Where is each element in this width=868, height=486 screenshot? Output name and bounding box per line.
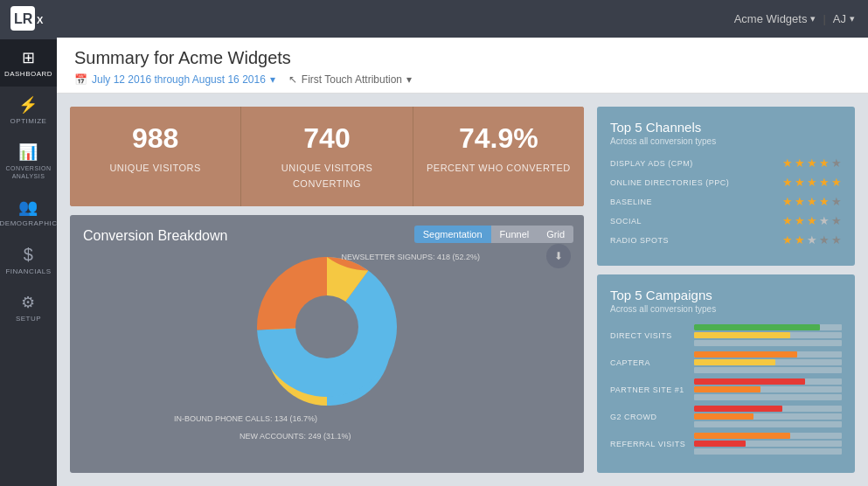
sidebar-item-label: Financials xyxy=(5,267,51,275)
attribution-label: First Touch Attribution xyxy=(302,73,402,86)
sidebar-logo: LR X xyxy=(0,0,57,39)
channels-subtitle: Across all conversion types xyxy=(610,136,842,146)
unique-visitors-label: Unique Visitors xyxy=(109,163,200,173)
breakdown-title: Conversion Breakdown xyxy=(83,228,227,243)
channel-stars-social: ★★★★★ xyxy=(782,214,842,227)
sidebar-item-label: Conversion Analysis xyxy=(0,164,57,180)
campaign-partner: Partner Site #1 xyxy=(610,378,842,400)
stat-converting: 740 Unique Visitors Converting xyxy=(241,107,413,206)
bar-g2-1 xyxy=(694,406,842,412)
label-newsletter: NEWSLETTER SIGNUPS: 418 (52.2%) xyxy=(341,253,480,261)
sidebar-item-label: Setup xyxy=(16,315,41,323)
sidebar-item-demographic[interactable]: 👥 Demographic xyxy=(0,189,57,236)
campaign-name-partner: Partner Site #1 xyxy=(610,385,689,394)
channel-stars-baseline: ★★★★★ xyxy=(782,195,842,208)
stat-percent: 74.9% Percent Who Converted xyxy=(413,107,584,206)
bar-referral-3 xyxy=(694,448,842,455)
segmentation-button[interactable]: Segmentation xyxy=(414,226,491,243)
channel-name-baseline: Baseline xyxy=(610,198,782,206)
sidebar-item-optimize[interactable]: ⚡ Optimize xyxy=(0,87,57,134)
channels-card: Top 5 Channels Across all conversion typ… xyxy=(597,107,855,266)
dashboard-icon: ⊞ xyxy=(22,48,36,67)
campaign-name-g2crowd: G2 Crowd xyxy=(610,413,689,421)
channel-row-radio: Radio Spots ★★★★★ xyxy=(610,233,842,246)
campaign-bars-partner xyxy=(694,378,842,400)
sidebar-item-financials[interactable]: $ Financials xyxy=(0,236,57,284)
download-button[interactable]: ⬇ xyxy=(546,244,571,268)
svg-text:X: X xyxy=(37,15,44,25)
channel-name-radio: Radio Spots xyxy=(610,236,782,245)
user-selector[interactable]: AJ ▾ xyxy=(833,12,855,25)
bar-captera-1 xyxy=(694,351,842,358)
grid-button[interactable]: Grid xyxy=(538,226,573,243)
top-bar: Acme Widgets ▾ | AJ ▾ xyxy=(57,0,868,38)
stat-unique-visitors: 988 Unique Visitors xyxy=(70,107,241,206)
channel-stars-radio: ★★★★★ xyxy=(782,233,842,246)
bar-direct-2 xyxy=(694,332,842,338)
bar-partner-1 xyxy=(694,378,842,385)
bar-direct-3 xyxy=(694,340,842,346)
campaign-bars-referral xyxy=(694,433,842,455)
converting-label: Unique Visitors Converting xyxy=(281,163,372,189)
date-filter[interactable]: 📅 July 12 2016 through August 16 2016 ▾ xyxy=(74,73,275,86)
right-panel: Top 5 Channels Across all conversion typ… xyxy=(597,107,855,473)
sidebar-item-conversion[interactable]: 📊 Conversion Analysis xyxy=(0,134,57,189)
optimize-icon: ⚡ xyxy=(18,95,38,115)
campaign-name-direct: Direct Visits xyxy=(610,331,689,340)
top-bar-right: Acme Widgets ▾ | AJ ▾ xyxy=(734,12,855,25)
financials-icon: $ xyxy=(24,245,34,265)
bar-captera-3 xyxy=(694,367,842,373)
sidebar-item-dashboard[interactable]: ⊞ Dashboard xyxy=(0,39,57,87)
attribution-filter[interactable]: ↖ First Touch Attribution ▾ xyxy=(288,73,412,86)
date-chevron: ▾ xyxy=(270,73,275,86)
campaign-referral: Referral Visits xyxy=(610,433,842,455)
channel-row-display: Display Ads (CPM) ★★★★★ xyxy=(610,156,842,170)
channel-name-display: Display Ads (CPM) xyxy=(610,159,782,168)
setup-icon: ⚙ xyxy=(21,293,36,312)
page-title: Summary for Acme Widgets xyxy=(74,48,851,68)
campaign-g2crowd: G2 Crowd xyxy=(610,406,842,427)
label-accounts: NEW ACCOUNTS: 249 (31.1%) xyxy=(240,432,351,441)
breakdown-card: Conversion Breakdown Segmentation Funnel… xyxy=(70,215,584,473)
label-phone: IN-BOUND PHONE CALLS: 134 (16.7%) xyxy=(174,414,317,423)
channel-name-online: Online Directories (PPC) xyxy=(610,178,782,187)
percent-label: Percent Who Converted xyxy=(427,163,571,173)
user-chevron: ▾ xyxy=(850,13,855,24)
channel-row-baseline: Baseline ★★★★★ xyxy=(610,195,842,208)
campaigns-card: Top 5 Campaigns Across all conversion ty… xyxy=(597,274,855,473)
campaign-name-captera: Captera xyxy=(610,358,689,367)
channel-stars-display: ★★★★★ xyxy=(782,156,842,170)
bar-g2-3 xyxy=(694,421,842,427)
svg-text:LR: LR xyxy=(14,11,33,26)
bar-captera-2 xyxy=(694,359,842,365)
bar-referral-2 xyxy=(694,441,842,447)
campaign-name-referral: Referral Visits xyxy=(610,440,689,448)
percent-value: 74.9% xyxy=(427,122,571,155)
funnel-button[interactable]: Funnel xyxy=(491,226,538,243)
attribution-chevron: ▾ xyxy=(406,73,412,86)
campaign-bars-captera xyxy=(694,351,842,373)
converting-value: 740 xyxy=(254,122,399,155)
breakdown-controls: Segmentation Funnel Grid xyxy=(414,226,573,243)
sidebar: LR X ⊞ Dashboard ⚡ Optimize 📊 Conversion… xyxy=(0,0,57,486)
bar-direct-1 xyxy=(694,324,842,330)
attribution-icon: ↖ xyxy=(288,73,297,86)
stats-row: 988 Unique Visitors 740 Unique Visitors … xyxy=(70,107,584,206)
pie-chart-proper xyxy=(257,257,397,397)
svg-point-4 xyxy=(295,295,358,358)
conversion-icon: 📊 xyxy=(18,142,38,162)
chart-area: ⬇ xyxy=(83,244,571,445)
sidebar-item-setup[interactable]: ⚙ Setup xyxy=(0,284,57,331)
campaigns-title: Top 5 Campaigns xyxy=(610,288,842,302)
company-selector[interactable]: Acme Widgets ▾ xyxy=(734,12,816,25)
bar-g2-2 xyxy=(694,413,842,420)
bar-partner-3 xyxy=(694,394,842,400)
main-content: Acme Widgets ▾ | AJ ▾ Summary for Acme W… xyxy=(57,0,868,486)
channel-name-social: Social xyxy=(610,217,782,226)
campaigns-subtitle: Across all conversion types xyxy=(610,304,842,314)
page-controls: 📅 July 12 2016 through August 16 2016 ▾ … xyxy=(74,73,851,86)
date-range: July 12 2016 through August 16 2016 xyxy=(92,73,266,86)
dashboard-body: 988 Unique Visitors 740 Unique Visitors … xyxy=(57,94,868,486)
sidebar-item-label: Dashboard xyxy=(4,70,52,78)
unique-visitors-value: 988 xyxy=(83,122,227,155)
